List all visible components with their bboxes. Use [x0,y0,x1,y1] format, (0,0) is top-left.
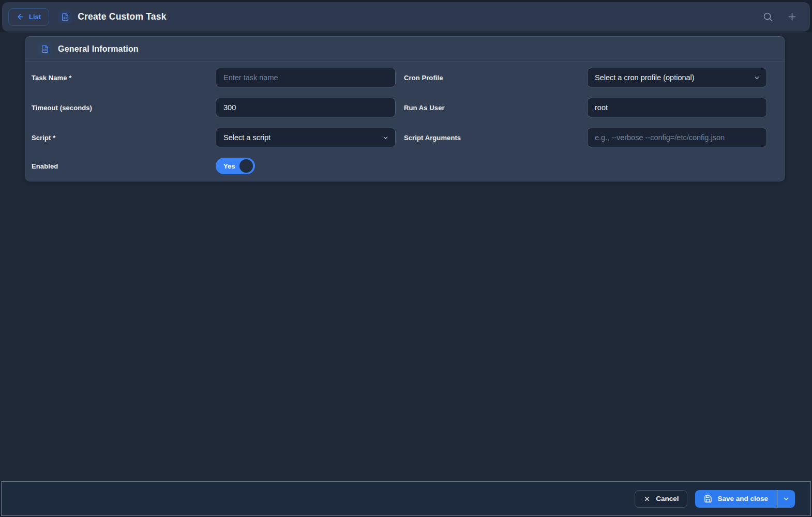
chevron-down-icon [382,134,389,141]
cron-profile-select[interactable]: Select a cron profile (optional) [587,68,767,87]
topbar-actions [762,11,798,22]
enabled-label: Enabled [32,162,216,170]
timeout-input[interactable] [216,98,396,117]
section-header: General Information [25,37,785,62]
task-name-input[interactable] [216,68,396,87]
toggle-state-label: Yes [223,162,235,170]
enabled-toggle[interactable]: Yes [216,158,255,174]
run-as-user-label: Run As User [404,104,587,112]
script-selected-value: Select a script [223,133,270,142]
topbar: List Create Custom Task [2,2,810,32]
toggle-knob [239,159,253,173]
arrow-left-icon [17,13,24,21]
save-and-close-button[interactable]: Save and close [695,490,777,508]
save-options-dropdown-button[interactable] [777,490,795,508]
general-information-card: General Information Task Name * Cron Pro… [25,36,785,181]
script-arguments-label: Script Arguments [404,134,587,142]
plus-icon[interactable] [787,11,798,22]
save-split-button: Save and close [695,490,795,508]
cron-profile-label: Cron Profile [404,74,587,82]
chevron-down-icon [783,495,790,503]
back-button-label: List [29,13,41,21]
save-button-label: Save and close [717,495,768,503]
timeout-label: Timeout (seconds) [32,104,216,112]
cancel-button[interactable]: Cancel [635,490,687,508]
save-icon [704,495,712,503]
file-code-icon [58,10,72,24]
close-icon [643,495,651,503]
footer-action-bar: Cancel Save and close [1,481,811,516]
script-label: Script * [32,134,216,142]
content-area: General Information Task Name * Cron Pro… [0,32,812,481]
page-title: Create Custom Task [78,11,167,22]
section-title: General Information [58,44,139,54]
file-code-icon [38,42,52,56]
chevron-down-icon [754,74,760,81]
script-arguments-input[interactable] [587,128,767,147]
task-name-label: Task Name * [32,74,216,82]
form-grid: Task Name * Cron Profile Select a cron p… [25,62,785,181]
cancel-button-label: Cancel [656,495,679,503]
script-select[interactable]: Select a script [216,128,396,147]
cron-profile-selected-value: Select a cron profile (optional) [595,73,695,82]
back-to-list-button[interactable]: List [8,8,49,26]
search-icon[interactable] [762,11,773,22]
run-as-user-input[interactable] [587,98,767,117]
